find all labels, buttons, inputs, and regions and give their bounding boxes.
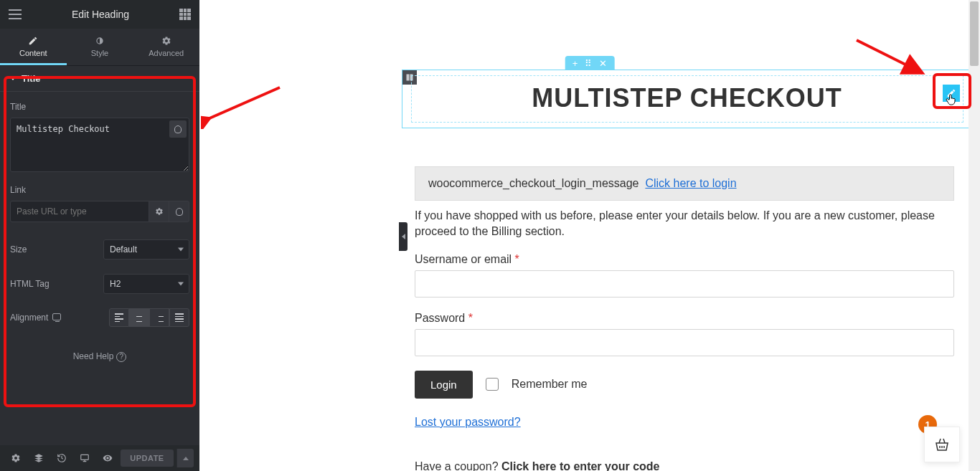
alignment-group — [109, 308, 189, 327]
link-dynamic-button[interactable] — [169, 201, 189, 222]
history-button[interactable] — [52, 449, 72, 467]
caret-up-icon — [183, 457, 189, 460]
help-icon: ? — [116, 352, 126, 362]
menu-icon[interactable] — [9, 9, 22, 19]
update-options-button[interactable] — [176, 449, 194, 467]
panel-body: Title Title Link Size — [0, 66, 199, 445]
gear-icon — [11, 453, 21, 463]
align-justify-icon — [175, 313, 184, 322]
svg-rect-1 — [81, 455, 89, 460]
tab-advanced[interactable]: Advanced — [133, 29, 199, 65]
link-input[interactable] — [10, 201, 149, 222]
collapse-sidebar-button[interactable] — [399, 222, 407, 251]
gear-icon — [155, 207, 164, 216]
sidebar-title: Edit Heading — [22, 9, 179, 20]
widgets-grid-icon[interactable] — [179, 9, 191, 20]
section-head-title[interactable]: Title — [0, 66, 199, 92]
login-message-bar: woocommerce_checkout_login_message Click… — [415, 166, 954, 201]
settings-button[interactable] — [6, 449, 26, 467]
username-label: Username or email * — [415, 253, 954, 266]
login-button[interactable]: Login — [415, 371, 473, 399]
editor-sidebar: Edit Heading Content Style Advanced Titl… — [0, 0, 199, 471]
caret-down-icon — [10, 77, 16, 80]
responsive-icon[interactable] — [52, 313, 61, 320]
heading-widget[interactable]: MULTISTEP CHECKOUT — [411, 83, 963, 113]
login-toggle-link[interactable]: Click here to login — [645, 177, 736, 189]
align-center-icon — [135, 313, 143, 322]
responsive-icon — [80, 453, 90, 463]
dynamic-tags-button[interactable] — [169, 120, 187, 138]
gear-icon — [161, 36, 171, 46]
username-input[interactable] — [415, 270, 954, 298]
title-label: Title — [10, 102, 189, 112]
password-label: Password * — [415, 312, 954, 325]
cursor-icon — [944, 92, 958, 110]
lost-password-link[interactable]: Lost your password? — [415, 416, 521, 428]
edit-section-button[interactable]: ⠿ — [585, 58, 592, 69]
alignment-label: Alignment — [10, 313, 61, 323]
align-left-icon — [115, 313, 123, 322]
database-icon — [176, 208, 183, 216]
link-options-button[interactable] — [149, 201, 169, 222]
size-label: Size — [10, 244, 27, 254]
database-icon — [174, 125, 182, 133]
align-justify-button[interactable] — [169, 308, 189, 327]
svg-rect-2 — [407, 75, 410, 81]
chevron-left-icon — [402, 234, 405, 239]
htmltag-select[interactable]: H2 — [103, 274, 189, 294]
remember-checkbox[interactable] — [486, 378, 499, 391]
align-right-icon — [155, 313, 164, 322]
preview-button[interactable] — [98, 449, 118, 467]
basket-icon — [933, 436, 951, 453]
responsive-button[interactable] — [75, 449, 95, 467]
eye-icon — [103, 453, 113, 463]
align-left-button[interactable] — [109, 308, 129, 327]
title-textarea[interactable] — [10, 118, 189, 172]
htmltag-label: HTML Tag — [10, 279, 50, 289]
sidebar-header: Edit Heading — [0, 0, 199, 29]
cart-float-button[interactable] — [924, 427, 960, 462]
tab-style[interactable]: Style — [67, 29, 133, 65]
update-button[interactable]: UPDATE — [121, 449, 174, 467]
remember-label: Remember me — [512, 378, 588, 391]
link-label: Link — [10, 185, 189, 195]
delete-section-button[interactable]: ✕ — [599, 58, 607, 69]
section-controls: + ⠿ ✕ — [565, 56, 615, 70]
style-icon — [95, 36, 105, 46]
layers-icon — [34, 453, 44, 463]
scrollbar-thumb[interactable] — [970, 1, 979, 66]
align-right-button[interactable] — [149, 308, 169, 327]
sidebar-footer: UPDATE — [0, 445, 199, 471]
coupon-toggle-link[interactable]: Click here to enter your code — [501, 460, 660, 471]
editor-canvas: + ⠿ ✕ MULTISTEP CHECKOUT woocommerce_che… — [199, 0, 980, 471]
password-input[interactable] — [415, 329, 954, 356]
pencil-icon — [28, 36, 38, 46]
size-select[interactable]: Default — [103, 239, 189, 260]
checkout-form: woocommerce_checkout_login_message Click… — [415, 166, 954, 471]
panel-tabs: Content Style Advanced — [0, 29, 199, 66]
shop-message: If you have shopped with us before, plea… — [415, 208, 954, 240]
coupon-message: Have a coupon? Click here to enter your … — [415, 460, 954, 471]
tab-content[interactable]: Content — [0, 29, 67, 65]
align-center-button[interactable] — [129, 308, 149, 327]
add-section-button[interactable]: + — [573, 58, 578, 69]
scrollbar[interactable] — [969, 0, 980, 471]
history-icon — [57, 453, 67, 463]
navigator-button[interactable] — [29, 449, 49, 467]
need-help-link[interactable]: Need Help? — [0, 334, 199, 379]
